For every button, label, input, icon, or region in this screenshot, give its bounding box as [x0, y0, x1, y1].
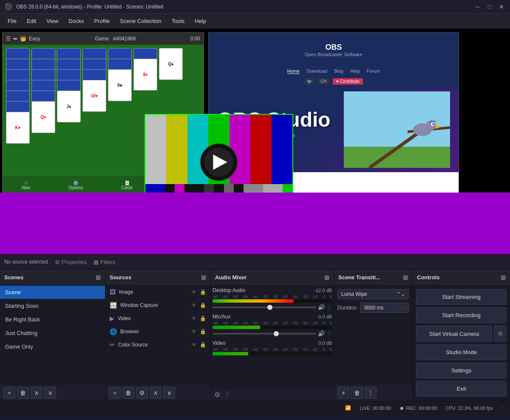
menu-profile[interactable]: Profile — [90, 16, 114, 26]
sources-dock-icon[interactable]: ⊞ — [201, 274, 206, 281]
network-icon: 📶 — [345, 405, 351, 411]
audio-desktop-menu[interactable]: ⋮ — [326, 304, 332, 310]
scene-item-just-chatting[interactable]: Just Chatting — [0, 326, 105, 340]
duration-input[interactable]: 3000 ms ⌃⌄ — [360, 303, 409, 313]
cb-red — [250, 115, 271, 184]
resize-handle[interactable]: ⋱ — [502, 406, 506, 410]
transitions-menu-btn[interactable]: ⋮ — [365, 387, 377, 399]
source-video-name: Video — [118, 315, 188, 321]
audio-settings-icon[interactable]: ⚙ — [214, 391, 220, 399]
sources-up-btn[interactable]: ∧ — [150, 387, 162, 399]
obs-nav-download[interactable]: Download — [306, 68, 327, 74]
window-controls: ─ □ ✕ — [473, 3, 506, 11]
source-window-eye[interactable]: 👁 — [191, 302, 196, 308]
menu-docks[interactable]: Docks — [64, 16, 88, 26]
menu-tools[interactable]: Tools — [167, 16, 189, 26]
scene-item-scene[interactable]: Scene — [0, 286, 105, 299]
audio-mic-mute[interactable]: 🔊 — [318, 330, 325, 337]
audio-menu-icon[interactable]: ⋮ — [224, 391, 230, 399]
source-item-video[interactable]: ▶ Video 👁 🔒 — [105, 312, 210, 325]
exit-button[interactable]: Exit — [416, 381, 507, 397]
obs-nav-help[interactable]: Help — [350, 68, 360, 74]
menu-file[interactable]: File — [3, 16, 21, 26]
start-streaming-button[interactable]: Start Streaming — [416, 289, 507, 305]
menu-view[interactable]: View — [42, 16, 62, 26]
source-video-eye[interactable]: 👁 — [191, 315, 196, 321]
start-virtual-camera-button[interactable]: Start Virtual Camera — [416, 326, 492, 342]
audio-desktop-slider[interactable] — [212, 306, 316, 308]
card[interactable]: 9♣ — [108, 69, 132, 101]
transition-dropdown[interactable]: Luma Wipe ⌃⌄ — [337, 289, 409, 299]
purple-background — [0, 193, 510, 254]
audio-dock-icon[interactable]: ⊞ — [324, 274, 329, 281]
source-item-browser[interactable]: 🌐 Browser 👁 🔒 — [105, 325, 210, 338]
obs-contribute-btn[interactable]: ♥ Contribute — [333, 78, 363, 85]
sol-cards-btn[interactable]: 🃏 Cards — [121, 181, 133, 190]
source-item-window-capture[interactable]: 🪟 Window Capture 👁 🔒 — [105, 299, 210, 312]
audio-mic-menu[interactable]: ⋮ — [326, 330, 332, 337]
source-color-eye[interactable]: 👁 — [191, 342, 196, 348]
bottom-statusbar: 📶 LIVE: 00:00:00 ⏺ REC: 00:00:00 CPU: 22… — [0, 401, 510, 414]
audio-mic-scale: -60-55-50-45-40-35-30-25-20-15-10-50 — [212, 321, 332, 325]
sources-add-btn[interactable]: + — [109, 387, 121, 399]
scenes-add-btn[interactable]: + — [3, 387, 15, 399]
settings-button[interactable]: Settings — [416, 363, 507, 378]
transitions-dock-icon[interactable]: ⊞ — [403, 274, 408, 281]
obs-nav-forum[interactable]: Forum — [367, 68, 380, 74]
minimize-button[interactable]: ─ — [473, 3, 482, 11]
properties-button[interactable]: ⚙ Properties — [55, 259, 87, 265]
card[interactable]: J♠ — [57, 91, 81, 122]
sol-options-btn[interactable]: ⚙️ Options — [68, 181, 83, 190]
card[interactable]: K♥ — [6, 112, 30, 144]
scene-item-game-only[interactable]: Game Only — [0, 340, 105, 354]
scenes-down-btn[interactable]: ∨ — [44, 387, 56, 399]
audio-desktop-scale: -60-55-50-45-40-35-30-25-20-15-10-50 — [212, 295, 332, 299]
transitions-add-btn[interactable]: + — [337, 387, 349, 399]
obs-site-title: OBS — [325, 43, 342, 52]
source-video-lock[interactable]: 🔒 — [200, 315, 206, 321]
obs-nav-home[interactable]: Home — [287, 68, 300, 74]
obs-github-btn[interactable]: GH — [318, 78, 329, 85]
controls-dock-icon[interactable]: ⊞ — [501, 274, 506, 281]
sources-remove-btn[interactable]: 🗑 — [122, 387, 134, 399]
scenes-up-btn[interactable]: ∧ — [31, 387, 42, 399]
virtual-camera-settings-icon[interactable]: ⚙ — [494, 326, 507, 342]
audio-mic-slider[interactable] — [212, 333, 316, 335]
filters-button[interactable]: ▦ Filters — [94, 259, 115, 265]
scenes-remove-btn[interactable]: 🗑 — [17, 387, 29, 399]
source-item-color-source[interactable]: ✏ Color Source 👁 🔒 — [105, 338, 210, 352]
scene-item-be-right-back[interactable]: Be Right Back — [0, 313, 105, 326]
source-browser-lock[interactable]: 🔒 — [200, 329, 206, 335]
source-window-lock[interactable]: 🔒 — [200, 302, 206, 308]
maximize-button[interactable]: □ — [485, 3, 494, 11]
source-browser-eye[interactable]: 👁 — [191, 329, 196, 335]
scenes-dock-icon[interactable]: ⊞ — [96, 274, 101, 281]
source-image-eye[interactable]: 👁 — [191, 289, 196, 295]
obs-nav-blog[interactable]: Blog — [334, 68, 343, 74]
sol-back-icon[interactable]: ⬅ — [13, 36, 17, 42]
audio-video-meter — [212, 352, 332, 355]
card[interactable]: Q♦ — [31, 101, 55, 133]
svg-rect-0 — [344, 91, 450, 147]
studio-mode-button[interactable]: Studio Mode — [416, 344, 507, 360]
menu-edit[interactable]: Edit — [23, 16, 40, 26]
audio-desktop-mute[interactable]: 🔊 — [318, 304, 325, 310]
close-button[interactable]: ✕ — [497, 3, 506, 11]
source-item-image[interactable]: 🖼 Image 👁 🔒 — [105, 286, 210, 299]
sol-new-btn[interactable]: ➕ New — [22, 181, 30, 190]
sources-down-btn[interactable]: ∨ — [163, 387, 175, 399]
scene-item-starting-soon[interactable]: Starting Soon — [0, 299, 105, 313]
rec-status: ⏺ REC: 00:00:00 — [400, 406, 437, 411]
sol-menu-icon[interactable]: ☰ — [6, 36, 11, 42]
start-recording-button[interactable]: Start Recording — [416, 307, 507, 323]
card[interactable]: 8♦ — [133, 59, 157, 91]
menu-scene-collection[interactable]: Scene Collection — [116, 16, 166, 26]
obs-twitter-btn[interactable]: 🐦 — [304, 78, 314, 85]
source-color-lock[interactable]: 🔒 — [200, 342, 206, 348]
source-image-lock[interactable]: 🔒 — [200, 289, 206, 295]
transitions-remove-btn[interactable]: 🗑 — [351, 387, 363, 399]
sources-settings-btn[interactable]: ⚙ — [136, 387, 148, 399]
card[interactable]: Q♠ — [159, 48, 183, 80]
card[interactable]: 10♥ — [82, 80, 106, 112]
menu-help[interactable]: Help — [190, 16, 210, 26]
